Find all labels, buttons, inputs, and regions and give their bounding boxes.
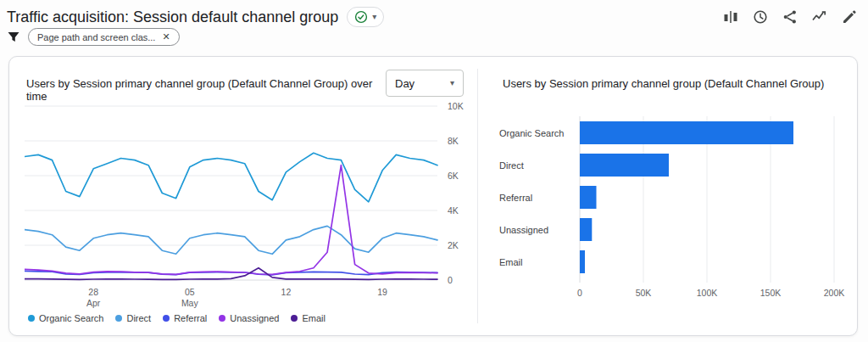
legend-dot (163, 315, 170, 322)
bar-category-label: Email (499, 257, 523, 267)
x-tick-label: 50K (636, 288, 652, 298)
series-organic-search[interactable] (25, 153, 437, 202)
y-tick-label: 0 (448, 275, 453, 285)
x-tick-label: 19 (377, 287, 387, 297)
bar-organic-search[interactable] (580, 121, 793, 144)
granularity-select[interactable]: Day ▾ (386, 70, 464, 97)
chevron-down-icon: ▾ (372, 13, 376, 21)
x-tick-sublabel: May (181, 298, 199, 308)
remove-filter-icon[interactable]: ✕ (162, 31, 170, 42)
legend-item: Referral (163, 313, 207, 323)
legend-dot (115, 315, 122, 322)
bar-unassigned[interactable] (580, 218, 592, 241)
y-tick-label: 2K (448, 240, 459, 250)
y-tick-label: 8K (448, 136, 459, 146)
legend-dot (291, 315, 298, 322)
legend-item: Email (291, 313, 326, 323)
bar-category-label: Direct (499, 160, 524, 171)
checkmark-circle-icon (354, 10, 368, 24)
filter-chip-label: Page path and screen clas... (37, 32, 155, 42)
report-status-dropdown[interactable]: ▾ (347, 7, 384, 27)
line-chart-title: Users by Session primary channel group (… (26, 77, 374, 103)
legend-label: Email (302, 313, 326, 323)
x-tick-sublabel: Apr (86, 298, 101, 308)
clock-icon[interactable] (752, 8, 769, 25)
x-tick-label: 28 (88, 287, 98, 297)
bar-category-label: Referral (499, 193, 532, 203)
traffic-acquisition-card: Users by Session primary channel group (… (8, 56, 858, 336)
edit-icon[interactable] (841, 8, 858, 25)
insights-icon[interactable] (811, 8, 828, 25)
bar-email[interactable] (580, 250, 585, 273)
series-direct[interactable] (25, 226, 437, 254)
y-tick-label: 6K (448, 171, 459, 181)
compare-icon[interactable] (722, 8, 739, 25)
x-tick-label: 200K (824, 288, 845, 298)
filter-funnel-icon[interactable] (7, 31, 20, 44)
share-icon[interactable] (782, 8, 798, 25)
bar-category-label: Unassigned (499, 225, 548, 235)
header-toolbar (722, 8, 858, 25)
bar-referral[interactable] (580, 186, 597, 209)
legend-item: Direct (115, 313, 151, 323)
legend-dot (219, 315, 225, 322)
line-chart-legend: Organic SearchDirectReferralUnassignedEm… (28, 313, 326, 323)
legend-item: Organic Search (28, 313, 103, 323)
users-by-channel-bar-chart[interactable]: 050K100K150K200KOrganic SearchDirectRefe… (499, 96, 849, 310)
card-divider (477, 69, 478, 323)
bar-chart-title: Users by Session primary channel group (… (503, 77, 842, 90)
x-tick-label: 0 (577, 288, 582, 298)
users-over-time-line-chart[interactable]: 02K4K6K8K10K28Apr05May1219 (25, 101, 487, 309)
page-title: Traffic acquisition: Session default cha… (7, 8, 338, 26)
x-tick-label: 05 (185, 287, 195, 297)
legend-label: Unassigned (230, 313, 279, 323)
legend-label: Direct (126, 313, 151, 323)
legend-dot (28, 315, 35, 322)
chevron-down-icon: ▾ (450, 79, 454, 87)
report-header: Traffic acquisition: Session default cha… (0, 0, 868, 27)
x-tick-label: 12 (281, 287, 292, 297)
legend-item: Unassigned (219, 313, 279, 323)
granularity-value: Day (395, 77, 415, 90)
y-tick-label: 4K (448, 205, 459, 216)
filter-chip[interactable]: Page path and screen clas... ✕ (28, 28, 180, 46)
filter-bar: Page path and screen clas... ✕ (7, 28, 180, 46)
bar-direct[interactable] (580, 154, 669, 177)
bar-category-label: Organic Search (499, 128, 564, 138)
y-tick-label: 10K (448, 101, 464, 111)
legend-label: Referral (174, 313, 207, 323)
x-tick-label: 150K (760, 288, 782, 298)
legend-label: Organic Search (39, 313, 103, 323)
x-tick-label: 100K (697, 288, 718, 298)
